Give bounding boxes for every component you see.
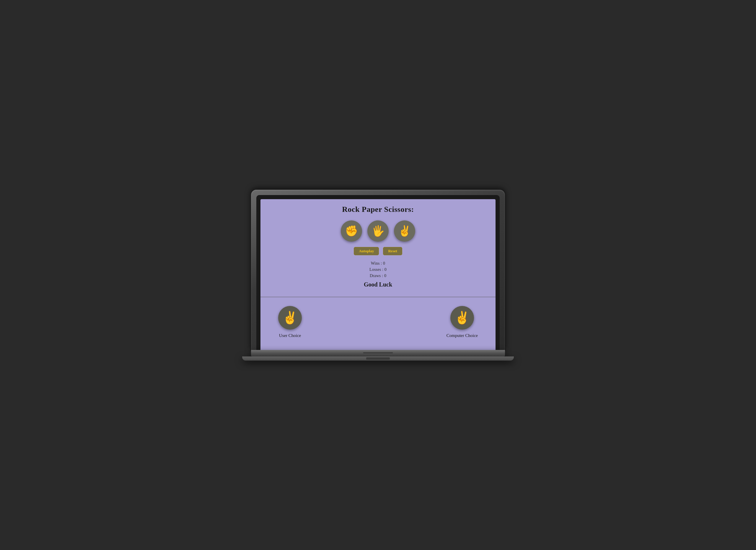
laptop-hinge bbox=[363, 352, 393, 354]
screen-content: Rock Paper Scissors: ✊ 🖐 ✌️ Autoplay Res… bbox=[260, 199, 496, 350]
paper-button[interactable]: 🖐 bbox=[367, 221, 389, 242]
action-buttons-row: Autoplay Reset bbox=[269, 247, 487, 255]
top-section: Rock Paper Scissors: ✊ 🖐 ✌️ Autoplay Res… bbox=[260, 199, 496, 297]
computer-choice-icon: ✌️ bbox=[450, 306, 474, 329]
losses-display: Losses : 0 bbox=[269, 267, 487, 272]
user-choice-icon: ✌️ bbox=[278, 306, 302, 329]
laptop-base bbox=[251, 350, 505, 356]
autoplay-button[interactable]: Autoplay bbox=[354, 247, 379, 255]
game-title: Rock Paper Scissors: bbox=[269, 205, 487, 214]
result-message: Good Luck bbox=[269, 281, 487, 288]
computer-choice-display: ✌️ Computer Choice bbox=[447, 306, 478, 338]
laptop-screen-bezel: Rock Paper Scissors: ✊ 🖐 ✌️ Autoplay Res… bbox=[256, 195, 500, 350]
draws-display: Draws : 0 bbox=[269, 274, 487, 278]
reset-button[interactable]: Reset bbox=[383, 247, 402, 255]
laptop-bottom bbox=[242, 356, 514, 360]
user-choice-display: ✌️ User Choice bbox=[278, 306, 302, 338]
laptop-screen-outer: Rock Paper Scissors: ✊ 🖐 ✌️ Autoplay Res… bbox=[251, 190, 505, 350]
trackpad bbox=[366, 357, 390, 360]
wins-display: Wins : 0 bbox=[269, 261, 487, 266]
choice-buttons-row: ✊ 🖐 ✌️ bbox=[269, 221, 487, 242]
scissors-button[interactable]: ✌️ bbox=[394, 221, 415, 242]
score-section: Wins : 0 Losses : 0 Draws : 0 bbox=[269, 261, 487, 278]
user-choice-label: User Choice bbox=[279, 333, 301, 338]
computer-choice-emoji: ✌️ bbox=[454, 310, 470, 325]
bottom-section: ✌️ User Choice ✌️ Computer Choice bbox=[260, 297, 496, 350]
laptop-wrapper: Rock Paper Scissors: ✊ 🖐 ✌️ Autoplay Res… bbox=[251, 190, 505, 360]
user-choice-emoji: ✌️ bbox=[282, 310, 298, 325]
computer-choice-label: Computer Choice bbox=[447, 333, 478, 338]
rock-button[interactable]: ✊ bbox=[341, 221, 362, 242]
